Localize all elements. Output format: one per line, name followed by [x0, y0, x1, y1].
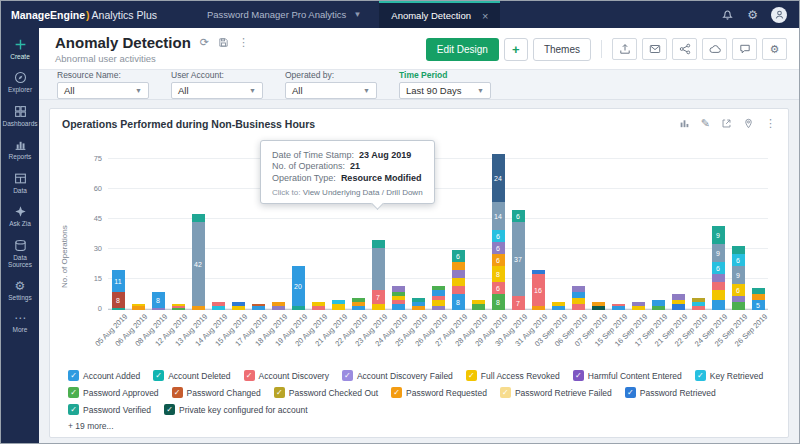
- legend-checkbox[interactable]: ✓: [342, 370, 353, 381]
- legend-item[interactable]: ✓Full Access Revoked: [466, 370, 560, 381]
- bar-segment[interactable]: [532, 306, 545, 310]
- legend-checkbox[interactable]: ✓: [695, 370, 706, 381]
- bar-column[interactable]: 69625 Sep 2019: [728, 140, 748, 310]
- bar-segment[interactable]: 6: [712, 262, 725, 274]
- sidebar-item-create[interactable]: Create: [1, 33, 39, 66]
- legend-item[interactable]: ✓Account Discovery: [244, 370, 329, 381]
- legend-checkbox[interactable]: ✓: [153, 370, 164, 381]
- legend-item[interactable]: ✓Key Retrieved: [695, 370, 763, 381]
- bar-segment[interactable]: [712, 282, 725, 290]
- gear-icon[interactable]: ⚙: [747, 9, 758, 21]
- tooltip-drilldown-link[interactable]: View Underlying Data / Drill Down: [303, 188, 423, 197]
- bar-segment[interactable]: [232, 306, 245, 310]
- legend-item[interactable]: ✓Private key configured for account: [164, 404, 308, 415]
- legend-checkbox[interactable]: ✓: [466, 370, 477, 381]
- legend-item[interactable]: ✓Password Requested: [391, 387, 487, 398]
- sidebar-item-more[interactable]: ⋯ More: [1, 307, 39, 339]
- sidebar-item-dashboards[interactable]: Dashboards: [1, 100, 39, 133]
- bar-segment[interactable]: 16: [532, 274, 545, 306]
- bar-column[interactable]: 69924 Sep 2019: [708, 140, 728, 310]
- time-period-dropdown[interactable]: Last 90 Days▼: [399, 82, 491, 99]
- bell-icon[interactable]: [721, 8, 734, 21]
- edit-design-button[interactable]: Edit Design: [426, 38, 499, 61]
- bar-segment[interactable]: [732, 246, 745, 254]
- bar-segment[interactable]: 5: [752, 300, 765, 310]
- bar-segment[interactable]: 6: [492, 230, 505, 242]
- comment-icon[interactable]: [732, 38, 757, 60]
- bar-column[interactable]: 526 Sep 2019: [748, 140, 768, 310]
- legend-checkbox[interactable]: ✓: [625, 387, 636, 398]
- bar-segment[interactable]: 6: [512, 210, 525, 222]
- bar-segment[interactable]: [592, 306, 605, 310]
- bar-column[interactable]: 22 Sep 2019: [688, 140, 708, 310]
- legend-item[interactable]: ✓Password Approved: [68, 387, 159, 398]
- settings-gear-icon[interactable]: ⚙: [762, 38, 787, 60]
- bar-segment[interactable]: [212, 306, 225, 310]
- bar-segment[interactable]: [352, 306, 365, 310]
- bar-segment[interactable]: [452, 286, 465, 294]
- bar-segment[interactable]: 8: [492, 266, 505, 282]
- bar-segment[interactable]: [192, 214, 205, 222]
- sidebar-item-data[interactable]: Data: [1, 167, 39, 200]
- legend-item[interactable]: ✓Password Retrieve Failed: [500, 387, 612, 398]
- sidebar-item-data-sources[interactable]: Data Sources: [1, 234, 39, 275]
- bar-segment[interactable]: [252, 306, 265, 310]
- save-icon[interactable]: [218, 37, 229, 48]
- legend-checkbox[interactable]: ✓: [500, 387, 511, 398]
- bar-segment[interactable]: [712, 290, 725, 300]
- legend-checkbox[interactable]: ✓: [68, 387, 79, 398]
- bar-column[interactable]: 16 Sep 2019: [628, 140, 648, 310]
- bar-column[interactable]: 03 Sep 2019: [548, 140, 568, 310]
- open-in-new-icon[interactable]: [721, 118, 732, 129]
- bar-column[interactable]: 808 Aug 2019: [148, 140, 168, 310]
- bar-column[interactable]: 81105 Aug 2019: [108, 140, 128, 310]
- bar-segment[interactable]: [372, 248, 385, 290]
- tab-workspace[interactable]: Password Manager Pro Analytics ▼: [195, 1, 373, 28]
- legend-more-link[interactable]: + 19 more...: [62, 415, 776, 433]
- bar-segment[interactable]: 8: [492, 294, 505, 310]
- bar-segment[interactable]: 11: [112, 270, 125, 292]
- bar-column[interactable]: 15 Aug 2019: [228, 140, 248, 310]
- bar-segment[interactable]: 42: [192, 222, 205, 306]
- legend-checkbox[interactable]: ✓: [68, 370, 79, 381]
- legend-checkbox[interactable]: ✓: [172, 387, 183, 398]
- bar-segment[interactable]: [632, 306, 645, 310]
- sidebar-item-reports[interactable]: Reports: [1, 133, 39, 166]
- bar-segment[interactable]: 7: [512, 296, 525, 310]
- sidebar-item-settings[interactable]: ⚙ Settings: [1, 275, 39, 307]
- bar-segment[interactable]: 8: [112, 292, 125, 308]
- tab-anomaly-detection[interactable]: Anomaly Detection ×: [379, 1, 500, 28]
- bar-segment[interactable]: [552, 306, 565, 310]
- bar-segment[interactable]: 8: [452, 294, 465, 310]
- export-icon[interactable]: [612, 38, 637, 60]
- share-icon[interactable]: [672, 38, 697, 60]
- resource-name-dropdown[interactable]: All▼: [57, 82, 149, 99]
- bar-segment[interactable]: [372, 304, 385, 310]
- bar-segment[interactable]: [192, 306, 205, 310]
- bar-segment[interactable]: [712, 274, 725, 282]
- bar-column[interactable]: 1631 Aug 2019: [528, 140, 548, 310]
- bar-segment[interactable]: [672, 304, 685, 310]
- bar-segment[interactable]: 6: [492, 254, 505, 266]
- bar-segment[interactable]: [312, 306, 325, 310]
- mail-icon[interactable]: [642, 38, 667, 60]
- bar-segment[interactable]: [692, 306, 705, 310]
- bar-segment[interactable]: 20: [292, 266, 305, 306]
- bar-segment[interactable]: [452, 278, 465, 286]
- legend-item[interactable]: ✓Harmful Content Entered: [573, 370, 682, 381]
- pencil-icon[interactable]: ✎: [701, 117, 710, 130]
- bar-segment[interactable]: 6: [492, 282, 505, 294]
- bar-column[interactable]: 12 Aug 2019: [168, 140, 188, 310]
- bar-segment[interactable]: 8: [152, 292, 165, 308]
- bar-segment[interactable]: [112, 308, 125, 310]
- bar-segment[interactable]: 14: [492, 202, 505, 230]
- legend-checkbox[interactable]: ✓: [244, 370, 255, 381]
- legend-item[interactable]: ✓Password Verified: [68, 404, 151, 415]
- avatar[interactable]: [771, 7, 787, 23]
- bar-segment[interactable]: [132, 306, 145, 310]
- user-account-dropdown[interactable]: All▼: [171, 82, 263, 99]
- bar-column[interactable]: 8627 Aug 2019: [448, 140, 468, 310]
- bar-segment[interactable]: [652, 306, 665, 310]
- bar-segment[interactable]: [432, 306, 445, 310]
- bar-segment[interactable]: [472, 304, 485, 310]
